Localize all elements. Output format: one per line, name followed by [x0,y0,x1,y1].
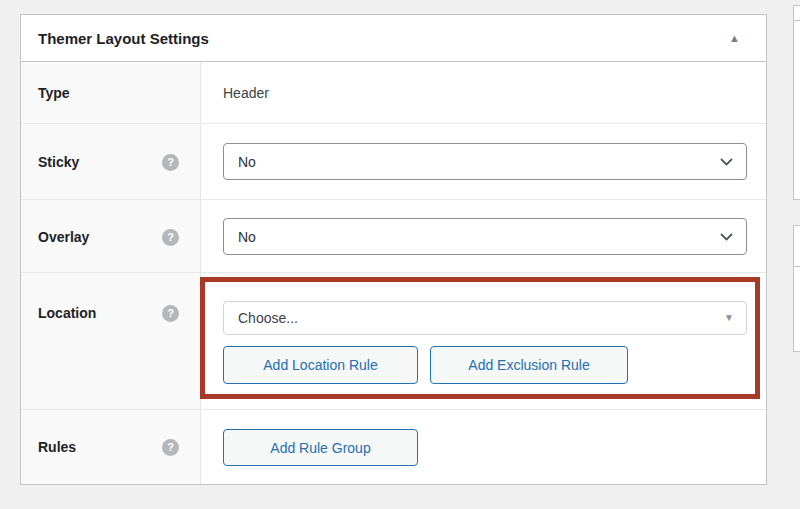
row-overlay: Overlay ? No [21,200,766,273]
cropped-side-panel-divider [794,6,800,21]
row-location: Location ? Choose... ▼ Add Location Rule… [21,273,766,410]
type-label-col: Type [21,62,201,123]
overlay-select[interactable]: No [223,218,747,255]
row-rules: Rules ? Add Rule Group [21,410,766,484]
add-location-rule-button[interactable]: Add Location Rule [223,346,418,384]
add-rule-group-button[interactable]: Add Rule Group [223,429,418,466]
location-value-col: Choose... ▼ Add Location Rule Add Exclus… [201,273,766,409]
location-highlight-box: Choose... ▼ Add Location Rule Add Exclus… [200,277,760,399]
location-choose-select[interactable]: Choose... ▼ [223,301,747,335]
overlay-help-icon[interactable]: ? [162,229,179,246]
sticky-help-icon[interactable]: ? [162,154,179,171]
overlay-label: Overlay [38,229,89,245]
location-buttons-row: Add Location Rule Add Exclusion Rule [223,346,755,384]
sticky-value-col: No [201,124,766,199]
location-select-value: Choose... [238,310,298,326]
overlay-select-value: No [238,229,256,245]
rules-label: Rules [38,439,76,455]
sticky-label: Sticky [38,154,79,170]
location-label: Location [38,305,96,321]
chevron-down-icon [720,158,733,166]
overlay-value-col: No [201,200,766,272]
sticky-select[interactable]: No [223,143,747,180]
rules-label-col: Rules ? [21,410,201,484]
cropped-side-panel [793,5,800,200]
type-value-col: Header [201,62,766,123]
row-type: Type Header [21,62,766,124]
row-sticky: Sticky ? No [21,124,766,200]
type-label: Type [38,85,70,101]
panel-title: Themer Layout Settings [38,30,209,47]
panel-header: Themer Layout Settings ▲ [21,15,766,62]
rules-help-icon[interactable]: ? [162,439,179,456]
location-help-icon[interactable]: ? [162,305,179,322]
dropdown-arrow-icon: ▼ [724,313,734,323]
add-exclusion-rule-button[interactable]: Add Exclusion Rule [430,346,628,384]
chevron-down-icon [720,233,733,241]
type-value: Header [201,62,766,101]
collapse-toggle-button[interactable]: ▲ [725,29,744,48]
sticky-label-col: Sticky ? [21,124,201,199]
collapse-arrow-icon: ▲ [729,32,740,44]
location-label-col: Location ? [21,273,201,409]
sticky-select-value: No [238,154,256,170]
overlay-label-col: Overlay ? [21,200,201,272]
rules-value-col: Add Rule Group [201,410,766,484]
cropped-side-panel-divider [794,226,800,267]
themer-layout-settings-panel: Themer Layout Settings ▲ Type Header Sti… [20,14,767,485]
cropped-side-panel [793,225,800,352]
